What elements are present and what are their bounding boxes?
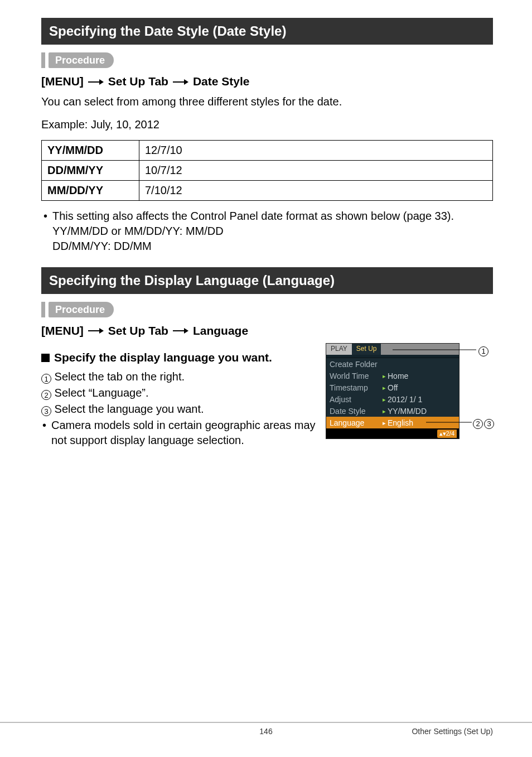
procedure-bar-icon [41, 302, 45, 317]
arrow-right-icon [88, 78, 104, 86]
triangle-right-icon: ▸ [383, 372, 386, 380]
arrow-right-icon [173, 327, 188, 335]
step-text: Select the language you want. [55, 403, 204, 415]
table-row: MM/DD/YY 7/10/12 [42, 180, 493, 200]
tab-setup: Set Up [352, 344, 381, 355]
date-format-table: YY/MM/DD 12/7/10 DD/MM/YY 10/7/12 MM/DD/… [41, 140, 493, 201]
footer-section: Other Settings (Set Up) [412, 726, 493, 737]
fmt-label: DD/MM/YY [42, 160, 139, 180]
step-text: Select the tab on the right. [55, 370, 185, 383]
date-style-example: Example: July, 10, 2012 [41, 117, 493, 132]
table-row: YY/MM/DD 12/7/10 [42, 140, 493, 160]
circled-3-icon: 3 [484, 419, 494, 429]
menu-value: 2012/ 1/ 1 [388, 394, 422, 405]
menu-value: Off [388, 383, 398, 393]
note-line: DD/MM/YY: DD/MM [52, 239, 493, 254]
date-style-note: This setting also affects the Control Pa… [41, 209, 493, 254]
circled-2-icon: 2 [41, 390, 51, 400]
specify-heading: Specify the display language you want. [41, 350, 320, 365]
path-menu: [MENU] [41, 323, 84, 339]
circled-2-icon: 2 [473, 419, 483, 429]
procedure-row-1: Procedure [41, 52, 493, 68]
camera-menu-screenshot: PLAY Set Up Create Folder World Time ▸ H… [326, 343, 493, 439]
date-style-heading: Specifying the Date Style (Date Style) [41, 18, 493, 45]
callout-3: 3 [484, 417, 494, 429]
circled-1-icon: 1 [478, 346, 489, 356]
menu-label: Create Folder [330, 359, 383, 370]
language-heading: Specifying the Display Language (Languag… [41, 267, 493, 294]
callout-2: 2 [473, 417, 483, 429]
menu-label: Timestamp [330, 383, 383, 393]
fmt-value: 12/7/10 [139, 140, 493, 160]
fmt-value: 10/7/12 [139, 160, 493, 180]
specify-heading-text: Specify the display language you want. [54, 350, 272, 365]
triangle-right-icon: ▸ [383, 419, 386, 427]
menu-path-language: [MENU] Set Up Tab Language [41, 323, 493, 339]
procedure-row-2: Procedure [41, 302, 493, 317]
menu-value: Home [388, 371, 408, 382]
triangle-right-icon: ▸ [383, 396, 386, 404]
menu-timestamp: Timestamp ▸ Off [326, 382, 459, 393]
menu-date-style: Date Style ▸ YY/MM/DD [326, 405, 459, 417]
path-date-style: Date Style [193, 74, 250, 89]
triangle-right-icon: ▸ [383, 407, 386, 416]
menu-value: English [388, 418, 413, 428]
note-line: YY/MM/DD or MM/DD/YY: MM/DD [52, 224, 493, 239]
fmt-label: YY/MM/DD [42, 140, 139, 160]
menu-label: Language [330, 418, 383, 428]
menu-create-folder: Create Folder [326, 358, 459, 370]
page-number: 146 [259, 726, 272, 737]
step-2: 2 Select “Language”. [41, 385, 320, 401]
pager-text: ▴▾2/4 [437, 430, 457, 438]
path-language: Language [193, 323, 248, 339]
circled-3-icon: 3 [41, 406, 51, 416]
path-menu: [MENU] [41, 74, 84, 89]
menu-path-date-style: [MENU] Set Up Tab Date Style [41, 74, 493, 89]
callout-1: 1 [478, 345, 489, 356]
circled-1-icon: 1 [41, 374, 51, 384]
svg-marker-1 [99, 79, 104, 85]
square-bullet-icon [41, 354, 50, 362]
menu-language: Language ▸ English [326, 417, 459, 428]
arrow-right-icon [173, 78, 188, 86]
fmt-label: MM/DD/YY [42, 180, 139, 200]
tab-play: PLAY [326, 344, 352, 355]
menu-label: World Time [330, 371, 383, 382]
svg-marker-3 [184, 79, 188, 85]
note-line: This setting also affects the Control Pa… [52, 210, 454, 222]
menu-world-time: World Time ▸ Home [326, 370, 459, 382]
procedure-tab: Procedure [49, 302, 114, 317]
menu-label: Date Style [330, 406, 383, 417]
fmt-value: 7/10/12 [139, 180, 493, 200]
procedure-bar-icon [41, 52, 45, 68]
arrow-right-icon [88, 327, 104, 335]
step-1: 1 Select the tab on the right. [41, 369, 320, 384]
menu-pager: ▴▾2/4 [326, 428, 459, 438]
svg-marker-5 [99, 328, 104, 334]
svg-marker-7 [184, 328, 188, 334]
language-note: Camera models sold in certain geographic… [41, 418, 320, 448]
step-3: 3 Select the language you want. [41, 402, 320, 417]
path-setup: Set Up Tab [108, 74, 168, 89]
path-setup: Set Up Tab [108, 323, 168, 339]
menu-value: YY/MM/DD [388, 406, 427, 417]
date-style-intro: You can select from among three differen… [41, 94, 493, 109]
menu-label: Adjust [330, 394, 383, 405]
step-text: Select “Language”. [55, 387, 149, 399]
table-row: DD/MM/YY 10/7/12 [42, 160, 493, 180]
page-footer: 146 Other Settings (Set Up) [0, 722, 532, 737]
triangle-right-icon: ▸ [383, 384, 386, 392]
procedure-tab: Procedure [49, 52, 114, 68]
menu-adjust: Adjust ▸ 2012/ 1/ 1 [326, 393, 459, 405]
